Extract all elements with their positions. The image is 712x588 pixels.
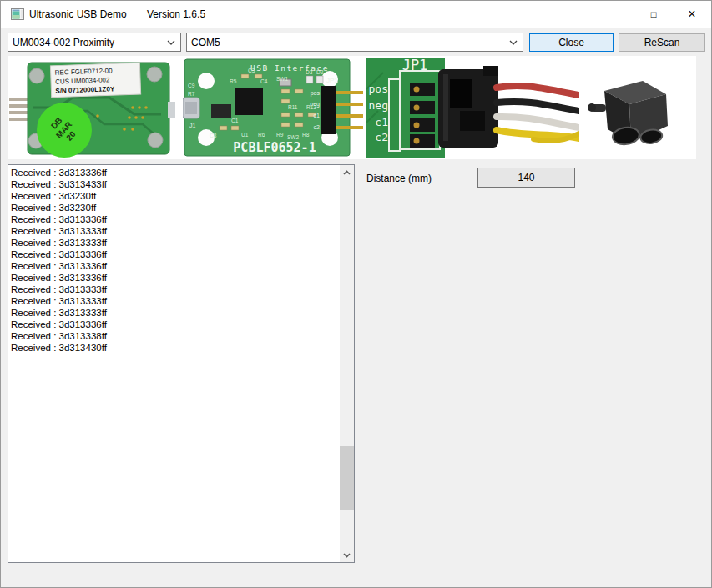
scroll-up-button[interactable]	[340, 165, 354, 179]
close-icon: ×	[688, 7, 695, 22]
connector-pin-pos: pos	[369, 83, 388, 95]
log-line[interactable]: Received : 3d313336ff	[11, 167, 340, 178]
log-lines: Received : 3d313336ffReceived : 3d313433…	[8, 165, 340, 562]
silkscreen-label: R6	[258, 132, 265, 138]
silkscreen-label: C9	[188, 83, 195, 88]
minimize-icon: —	[610, 7, 620, 18]
port-combobox[interactable]: COM5	[186, 33, 523, 52]
close-port-button[interactable]: Close	[529, 33, 614, 52]
usb-board-part-number: PCBLF0652-1	[233, 140, 316, 155]
connector-pin-c1: c1	[375, 116, 388, 128]
silkscreen-label: SW2	[287, 134, 299, 140]
log-line[interactable]: Received : 3d313336ff	[11, 249, 340, 260]
log-line[interactable]: Received : 3d313336ff	[11, 319, 340, 330]
silkscreen-label: C1	[231, 118, 239, 123]
log-line[interactable]: Received : 3d313333ff	[11, 295, 340, 307]
usb-pin-c1: c1	[314, 113, 321, 118]
silkscreen-label: R5	[230, 78, 237, 84]
log-line[interactable]: Received : 3d313333ff	[11, 307, 340, 319]
photo-connector-closeup: JP1 pos neg c1 c2	[366, 56, 579, 159]
app-icon	[11, 8, 24, 21]
rescan-button[interactable]: ReScan	[619, 33, 705, 52]
chevron-down-icon	[504, 40, 523, 45]
title-bar[interactable]: Ultrasonic USB Demo Version 1.6.5 — □ ×	[1, 1, 711, 28]
silkscreen-label: R8	[302, 132, 310, 138]
photo-sensor-board-back: REC FGLF0712-00 CUS UM0034-002 S/N 07120…	[8, 56, 183, 159]
usb-j1-label: J1	[189, 123, 196, 128]
scroll-down-button[interactable]	[340, 548, 354, 562]
silkscreen-label: U1	[241, 132, 249, 138]
log-line[interactable]: Received : 3d313336ff	[11, 214, 340, 225]
log-line[interactable]: Received : 3d313336ff	[11, 260, 340, 272]
silkscreen-label: D3	[306, 69, 313, 75]
scrollbar-thumb[interactable]	[340, 446, 354, 510]
chevron-down-icon	[344, 554, 350, 557]
app-window: Ultrasonic USB Demo Version 1.6.5 — □ × …	[0, 0, 712, 588]
window-title: Ultrasonic USB Demo	[29, 8, 127, 20]
log-line[interactable]: Received : 3d313336ff	[11, 272, 340, 284]
connector-pin-neg: neg	[369, 99, 388, 112]
silkscreen-label: SW1	[276, 76, 288, 82]
silkscreen-label: R13	[306, 104, 316, 110]
log-line[interactable]: Received : 3d313338ff	[11, 330, 340, 342]
silkscreen-label: R11	[288, 104, 298, 110]
log-line[interactable]: Received : 3d313433ff	[11, 178, 340, 190]
distance-label: Distance (mm)	[366, 173, 432, 184]
close-window-button[interactable]: ×	[673, 1, 711, 28]
maximize-button[interactable]: □	[634, 1, 673, 28]
silkscreen-label: D2	[316, 69, 324, 75]
version-label: Version 1.6.5	[147, 8, 205, 20]
log-scrollbar[interactable]	[340, 165, 354, 562]
connector-pin-c2: c2	[375, 131, 388, 143]
silkscreen-label: C4	[260, 78, 268, 84]
device-combobox[interactable]: UM0034-002 Proximity	[8, 33, 181, 52]
log-line[interactable]: Received : 3d313333ff	[11, 225, 340, 237]
chevron-down-icon	[162, 40, 180, 45]
usb-jp1-label: JP1	[326, 77, 338, 84]
device-combobox-value: UM0034-002 Proximity	[8, 37, 162, 48]
distance-value: 140	[518, 172, 534, 183]
usb-pin-pos: pos	[311, 90, 321, 97]
received-log-listbox[interactable]: Received : 3d313336ffReceived : 3d313433…	[8, 164, 355, 563]
window-controls: — □ ×	[596, 1, 711, 28]
log-line[interactable]: Received : 3d313430ff	[11, 342, 340, 354]
log-line[interactable]: Received : 3d313333ff	[11, 284, 340, 295]
product-photos: REC FGLF0712-00 CUS UM0034-002 S/N 07120…	[8, 56, 696, 159]
log-line[interactable]: Received : 3d3230ff	[11, 202, 340, 214]
photo-usb-interface-board: USB Interface PCBLF0652-1	[183, 56, 366, 159]
maximize-icon: □	[651, 9, 657, 19]
silkscreen-label: C3	[248, 68, 255, 73]
minimize-button[interactable]: —	[596, 1, 634, 28]
log-line[interactable]: Received : 3d3230ff	[11, 190, 340, 202]
port-combobox-value: COM5	[187, 37, 504, 48]
silkscreen-label: R7	[188, 91, 195, 97]
photo-transducer	[579, 56, 696, 159]
log-line[interactable]: Received : 3d313333ff	[11, 237, 340, 249]
silkscreen-label: C8	[210, 133, 217, 138]
distance-value-box: 140	[477, 168, 575, 188]
usb-pin-c2: c2	[314, 124, 321, 130]
chevron-up-icon	[344, 171, 350, 174]
silkscreen-label: R9	[276, 132, 284, 138]
